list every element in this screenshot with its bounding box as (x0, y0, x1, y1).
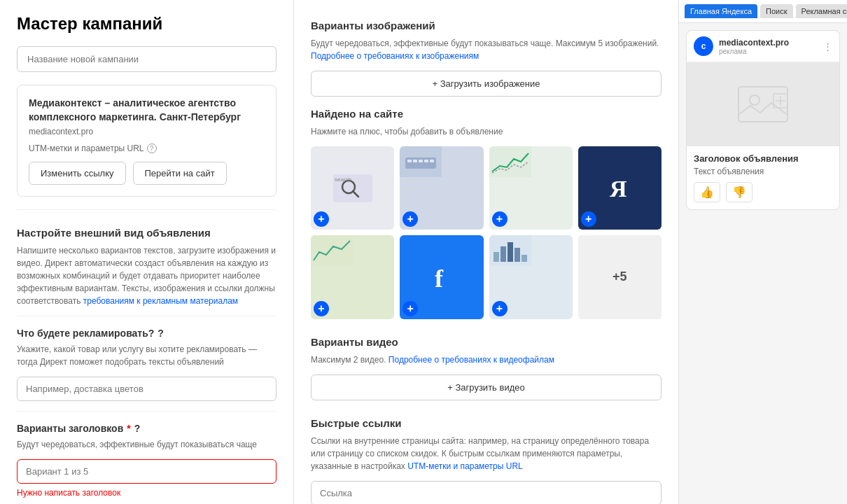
avatar: c (694, 36, 713, 56)
ad-image-placeholder (687, 62, 839, 146)
image-thumb-7[interactable]: + (489, 235, 573, 318)
headlines-required: * (127, 423, 130, 434)
headlines-section: Варианты заголовков * ? Будут чередовать… (17, 411, 276, 498)
headlines-input[interactable] (17, 459, 276, 484)
svg-rect-8 (419, 160, 423, 162)
add-image-6-btn[interactable]: + (402, 301, 418, 316)
add-image-2-btn[interactable]: + (402, 211, 418, 227)
ad-site-info: mediacontext.pro реклама (719, 38, 818, 55)
upload-video-button[interactable]: + Загрузить видео (311, 374, 662, 400)
what-advertise-info-icon: ? (158, 328, 164, 339)
what-advertise-input[interactable] (17, 377, 276, 401)
yandex-thumb-svg: Я (604, 173, 635, 204)
what-advertise-label: Что будете рекламировать? ? (17, 328, 276, 339)
appearance-link[interactable]: требованиям к рекламным материалам (83, 296, 238, 306)
headlines-info-icon: ? (134, 423, 141, 434)
image-more-badge[interactable]: +5 (578, 235, 662, 318)
chart-thumb-svg (489, 146, 531, 177)
svg-rect-16 (493, 252, 499, 262)
page-title: Мастер кампаний (17, 14, 276, 34)
images-section: Варианты изображений Будут чередоваться,… (311, 20, 662, 319)
video-link[interactable]: Подробнее о требованиях к видеофайлам (388, 355, 554, 365)
svg-rect-19 (514, 248, 520, 262)
svg-rect-9 (424, 160, 428, 162)
ad-menu-dots[interactable]: ⋮ (823, 41, 832, 52)
add-image-5-btn[interactable]: + (314, 301, 329, 316)
images-link[interactable]: Подробнее о требованиях к изображениям (311, 51, 479, 61)
quick-links-utm-link[interactable]: UTM-метки и параметры URL (407, 461, 523, 471)
svg-text:f: f (435, 265, 444, 293)
svg-rect-10 (430, 160, 434, 162)
headlines-error: Нужно написать заголовок (17, 488, 276, 498)
image-thumb-5[interactable]: + (311, 235, 394, 318)
image-thumb-1[interactable]: search + (311, 146, 394, 230)
campaign-name-input[interactable] (17, 46, 276, 72)
found-on-site-title: Найдено на сайте (311, 108, 662, 120)
headlines-label: Варианты заголовков * ? (17, 423, 276, 434)
what-advertise-desc: Укажите, какой товар или услугу вы хотит… (17, 343, 276, 368)
quick-links-title: Быстрые ссылки (311, 417, 662, 429)
svg-rect-17 (500, 246, 506, 262)
svg-rect-5 (405, 158, 436, 169)
image-thumb-6[interactable]: f + (400, 235, 483, 318)
appearance-desc: Напишите несколько вариантов текстов, за… (17, 244, 276, 307)
quick-links-section: Быстрые ссылки Ссылки на внутренние стра… (311, 417, 662, 505)
video-section: Варианты видео Максимум 2 видео. Подробн… (311, 336, 662, 400)
images-title: Варианты изображений (311, 20, 662, 31)
visit-site-button[interactable]: Перейти на сайт (133, 162, 227, 185)
image-thumb-2[interactable]: + (400, 146, 483, 230)
found-on-site-desc: Нажмите на плюс, чтобы добавить в объявл… (311, 125, 662, 138)
svg-text:search: search (335, 176, 351, 183)
ad-site-row: c mediacontext.pro реклама ⋮ (687, 31, 839, 62)
utm-info-icon: ? (147, 144, 157, 153)
preview-content: c mediacontext.pro реклама ⋮ Загол (679, 23, 847, 504)
tab-search[interactable]: Поиск (760, 4, 792, 18)
edit-link-button[interactable]: Изменить ссылку (29, 162, 126, 185)
upload-image-button[interactable]: + Загрузить изображение (311, 71, 662, 97)
right-panel: Главная Яндекса Поиск Рекламная сеть c m… (679, 0, 847, 504)
svg-rect-20 (522, 255, 527, 262)
ad-body: Текст объявления (694, 167, 832, 176)
add-image-4-btn[interactable]: + (581, 211, 596, 227)
ad-image-icon (735, 83, 791, 125)
video-desc: Максимум 2 видео. Подробнее о требования… (311, 354, 662, 366)
image-thumb-3[interactable]: + (489, 146, 573, 230)
browser-bar: Главная Яндекса Поиск Рекламная сеть (679, 0, 847, 23)
video-title: Варианты видео (311, 336, 662, 348)
quick-links-desc: Ссылки на внутренние страницы сайта: нап… (311, 435, 662, 472)
ad-site-label: реклама (719, 48, 818, 55)
images-desc: Будут чередоваться, эффективные будут по… (311, 37, 662, 62)
image-thumb-4[interactable]: Я + (578, 146, 662, 230)
left-panel: Мастер кампаний Медиаконтекст – аналитич… (0, 0, 294, 504)
appearance-section: Настройте внешний вид объявления Напишит… (17, 209, 276, 307)
appearance-title: Настройте внешний вид объявления (17, 227, 276, 239)
site-card-buttons: Изменить ссылку Перейти на сайт (29, 162, 265, 185)
add-image-7-btn[interactable]: + (492, 301, 507, 316)
svg-rect-18 (507, 242, 513, 262)
ad-reactions: 👍 👎 (694, 182, 832, 202)
quick-link-url-input[interactable] (311, 481, 662, 505)
thumbs-down-button[interactable]: 👎 (726, 182, 752, 202)
ad-headline: Заголовок объявления (694, 153, 832, 164)
headlines-desc: Будут чередоваться, эффективные будут по… (17, 438, 276, 451)
search-thumb-svg: search (332, 173, 374, 204)
keyboard-thumb-svg (400, 146, 442, 177)
thumbs-up-button[interactable]: 👍 (694, 182, 720, 202)
svg-rect-11 (489, 146, 531, 177)
ad-text-area: Заголовок объявления Текст объявления 👍 … (687, 146, 839, 209)
add-image-3-btn[interactable]: + (492, 211, 507, 227)
tab-main-yandex[interactable]: Главная Яндекса (685, 4, 757, 18)
svg-point-22 (750, 95, 760, 105)
facebook-thumb-svg: f (426, 262, 457, 293)
middle-panel: Варианты изображений Будут чередоваться,… (294, 0, 679, 504)
ad-site-name: mediacontext.pro (719, 38, 818, 48)
add-image-1-btn[interactable]: + (314, 211, 329, 227)
site-name: Медиаконтекст – аналитическое агентство … (29, 97, 265, 124)
svg-rect-7 (413, 160, 417, 162)
ad-preview-card: c mediacontext.pro реклама ⋮ Загол (686, 30, 840, 210)
more-count: +5 (578, 235, 662, 318)
tab-ad-network[interactable]: Рекламная сеть (796, 4, 847, 18)
bars-thumb-svg (489, 235, 531, 266)
svg-rect-13 (311, 235, 353, 266)
utm-link[interactable]: UTM-метки и параметры URL ? (29, 144, 265, 153)
